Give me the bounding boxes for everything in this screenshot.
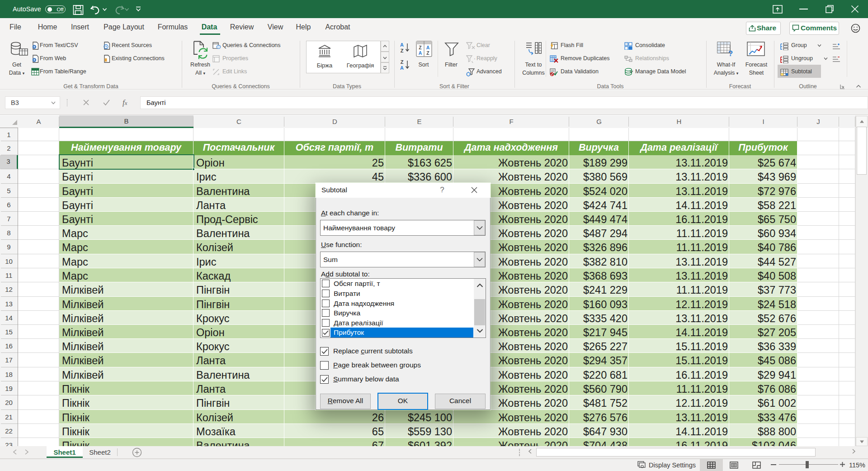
svg-text:Z: Z: [426, 50, 429, 56]
svg-text:A: A: [426, 45, 430, 50]
svg-text:Z: Z: [419, 45, 422, 50]
svg-text:A: A: [400, 65, 404, 71]
svg-text:Z: Z: [401, 59, 404, 65]
svg-text:?: ?: [728, 49, 733, 57]
svg-text:A: A: [419, 50, 422, 56]
svg-text:Z: Z: [401, 48, 404, 53]
svg-text:A: A: [400, 42, 404, 48]
